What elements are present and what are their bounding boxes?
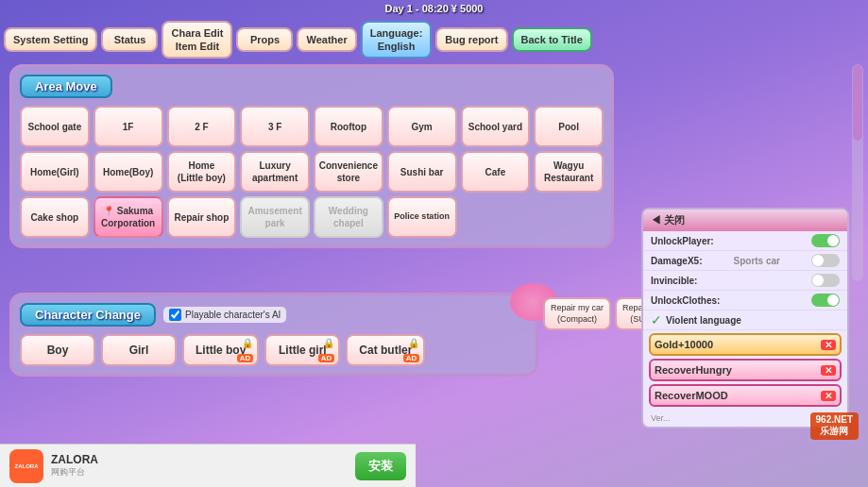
back-to-title-button[interactable]: Back to Title: [512, 27, 592, 52]
unlock-clothes-label: UnlockClothes:: [651, 295, 720, 306]
status-button[interactable]: Status: [101, 27, 158, 52]
ad-bar: ZALORA ZALORA 网购平台 安装: [0, 444, 416, 487]
char-ai-checkbox[interactable]: [169, 309, 181, 321]
damage-x5-label: DamageX5:: [651, 256, 702, 266]
area-1f[interactable]: 1F: [94, 106, 163, 147]
popup-close-button[interactable]: ◀ 关闭: [643, 210, 847, 231]
recover-mood-button[interactable]: RecoverMOOD ✕: [649, 384, 842, 407]
char-little-boy[interactable]: Little boy AD: [182, 334, 259, 366]
damage-x5-toggle[interactable]: [811, 254, 840, 267]
area-pool[interactable]: Pool: [534, 106, 604, 147]
unlock-player-row: UnlockPlayer:: [643, 231, 847, 251]
language-button[interactable]: Language: English: [361, 21, 433, 59]
violent-row: ✓ Violent language: [643, 311, 847, 330]
recover-hungry-button[interactable]: RecoverHungry ✕: [649, 359, 842, 381]
unlock-player-label: UnlockPlayer:: [651, 236, 714, 246]
menu-bar: System Setting Status Chara Edit Item Ed…: [0, 17, 868, 62]
gold-label: Gold+10000: [655, 339, 713, 350]
ad-badge-cat-butler: AD: [403, 354, 420, 362]
char-boy[interactable]: Boy: [20, 334, 95, 366]
area-cake-shop[interactable]: Cake shop: [20, 196, 90, 238]
top-bar: Day 1 - 08:20 ¥ 5000: [0, 0, 868, 17]
ad-logo: ZALORA: [9, 449, 43, 483]
bug-report-button[interactable]: Bug report: [435, 27, 507, 52]
area-home-girl[interactable]: Home(Girl): [20, 151, 90, 193]
recover-hungry-label: RecoverHungry: [655, 364, 732, 376]
violent-check-icon: ✓: [651, 312, 662, 327]
watermark: 962.NET 乐游网: [810, 412, 859, 440]
area-home-boy[interactable]: Home(Boy): [94, 151, 163, 193]
weather-button[interactable]: Weather: [297, 27, 356, 52]
violent-label: Violent language: [666, 315, 741, 326]
ad-badge-little-boy: AD: [237, 354, 254, 362]
area-school-gate[interactable]: School gate: [20, 106, 90, 147]
ad-badge-little-girl: AD: [318, 354, 335, 362]
unlock-clothes-row: UnlockClothes:: [643, 291, 847, 311]
area-amusement-park[interactable]: Amusement park: [240, 196, 310, 238]
gold-button[interactable]: Gold+10000 ✕: [649, 333, 842, 356]
area-luxury-apartment[interactable]: Luxury apartment: [240, 151, 310, 193]
scrollbar[interactable]: [852, 64, 863, 281]
ad-logo-text: ZALORA: [15, 463, 39, 469]
popup-panel: ◀ 关闭 UnlockPlayer: DamageX5: Sports car …: [641, 208, 849, 428]
invincible-toggle[interactable]: [811, 274, 840, 287]
chara-edit-button[interactable]: Chara Edit Item Edit: [162, 21, 232, 59]
props-button[interactable]: Props: [236, 27, 293, 52]
area-panel: Area Move School gate 1F 2 F 3 F Rooftop…: [9, 64, 614, 248]
area-convenience-store[interactable]: Convenience store: [314, 151, 383, 193]
ad-text: ZALORA 网购平台: [51, 453, 348, 479]
recover-mood-x-icon: ✕: [821, 391, 836, 401]
area-school-yard[interactable]: School yard: [461, 106, 531, 147]
area-panel-title: Area Move: [20, 75, 112, 98]
recover-mood-label: RecoverMOOD: [655, 390, 728, 401]
area-home-little-boy[interactable]: Home (Little boy): [167, 151, 237, 193]
ad-install-button[interactable]: 安装: [355, 452, 406, 480]
area-cafe[interactable]: Cafe: [461, 151, 531, 193]
unlock-clothes-toggle[interactable]: [811, 294, 840, 307]
area-sushi-bar[interactable]: Sushi bar: [387, 151, 457, 193]
area-2f[interactable]: 2 F: [167, 106, 237, 147]
char-header: Character Change Playable character's AI: [20, 303, 528, 327]
area-wagyu[interactable]: Wagyu Restaurant: [534, 151, 604, 193]
ad-subtitle: 网购平台: [51, 466, 348, 479]
damage-x5-row: DamageX5: Sports car: [643, 251, 847, 271]
area-sakuma[interactable]: 📍 Sakuma Corporation: [94, 196, 163, 238]
invincible-row: Invincible:: [643, 271, 847, 291]
scroll-thumb[interactable]: [853, 65, 862, 141]
area-gym[interactable]: Gym: [387, 106, 457, 147]
char-panel: Character Change Playable character's AI…: [9, 293, 538, 377]
area-wedding-chapel[interactable]: Wedding chapel: [314, 196, 383, 238]
char-grid: Boy Girl Little boy AD Little girl AD Ca…: [20, 334, 528, 366]
char-cat-butler[interactable]: Cat butler AD: [346, 334, 425, 366]
area-repair-shop[interactable]: Repair shop: [167, 196, 237, 238]
area-rooftop[interactable]: Rooftop: [314, 106, 383, 147]
char-girl[interactable]: Girl: [101, 334, 177, 366]
gold-x-icon: ✕: [821, 340, 836, 350]
area-grid: School gate 1F 2 F 3 F Rooftop Gym Schoo…: [20, 106, 604, 238]
sports-car-label: Sports car: [734, 256, 780, 266]
system-setting-button[interactable]: System Setting: [4, 27, 97, 52]
char-ai-check[interactable]: Playable character's AI: [163, 307, 286, 323]
area-3f[interactable]: 3 F: [240, 106, 310, 147]
repair-compact-btn[interactable]: Repair my car (Compact): [543, 297, 611, 330]
top-bar-text: Day 1 - 08:20 ¥ 5000: [385, 3, 484, 14]
area-police-station[interactable]: Police station: [387, 196, 457, 238]
unlock-player-toggle[interactable]: [811, 234, 840, 247]
char-panel-title: Character Change: [20, 303, 156, 327]
char-ai-label: Playable character's AI: [185, 310, 281, 320]
invincible-label: Invincible:: [651, 276, 697, 286]
ad-title: ZALORA: [51, 453, 348, 466]
char-little-girl[interactable]: Little girl AD: [264, 334, 340, 366]
recover-hungry-x-icon: ✕: [821, 365, 836, 376]
